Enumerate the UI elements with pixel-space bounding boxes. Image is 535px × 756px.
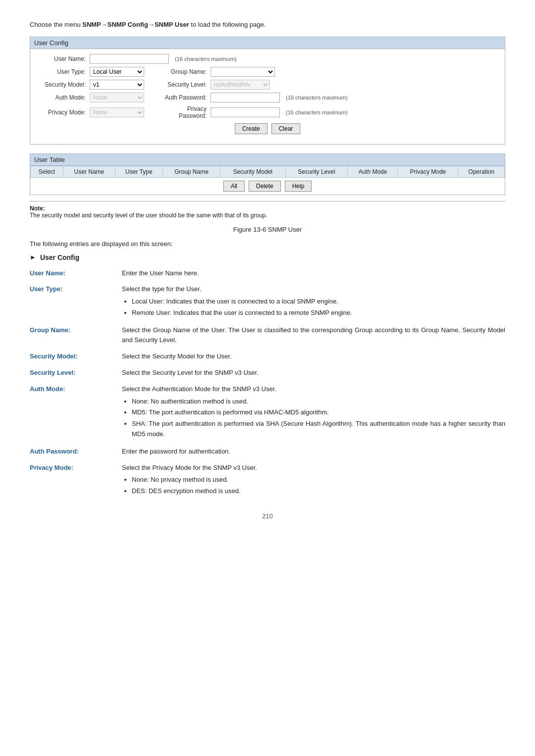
list-item: None: No privacy method is used. bbox=[132, 475, 505, 485]
authmode-bullets: None: No authentication method is used. … bbox=[132, 397, 505, 440]
user-name-input[interactable] bbox=[90, 54, 169, 64]
desc-entries: User Name: Enter the User Name here. Use… bbox=[30, 268, 505, 498]
desc-term-usertype: User Type: bbox=[30, 284, 114, 319]
privacymode-bullets: None: No privacy method is used. DES: DE… bbox=[132, 475, 505, 497]
delete-button[interactable]: Delete bbox=[249, 181, 281, 192]
user-config-header: User Config bbox=[30, 37, 505, 49]
user-type-group-row: User Type: Local User Remote User Group … bbox=[36, 67, 499, 77]
desc-def-authmode: Select the Authentication Mode for the S… bbox=[122, 384, 505, 441]
privacy-mode-password-row: Privacy Mode: None DES Privacy Password:… bbox=[36, 105, 499, 119]
section-user-config: ► User Config bbox=[30, 253, 505, 261]
desc-def-authpassword: Enter the password for authentication. bbox=[122, 447, 505, 457]
note-text: The security model and security level of… bbox=[30, 212, 505, 219]
user-name-row: User Name: (16 characters maximum) bbox=[36, 54, 499, 64]
figure-caption: Figure 13-6 SNMP User bbox=[30, 226, 505, 233]
privacy-mode-select[interactable]: None DES bbox=[90, 107, 144, 117]
user-table-header: User Table bbox=[30, 154, 505, 166]
user-table-box: User Table Select User Name User Type Gr… bbox=[30, 153, 505, 195]
col-usertype: User Type bbox=[115, 166, 162, 177]
desc-term-groupname: Group Name: bbox=[30, 325, 114, 346]
list-item: MD5: The port authentication is performe… bbox=[132, 407, 505, 418]
table-header-row: Select User Name User Type Group Name Se… bbox=[31, 166, 505, 177]
desc-intro: The following entries are displayed on t… bbox=[30, 240, 505, 248]
security-model-level-row: Security Model: v1 v2c v3 Security Level… bbox=[36, 80, 499, 90]
desc-term-seclevel: Security Level: bbox=[30, 368, 114, 378]
list-item: Local User: Indicates that the user is c… bbox=[132, 297, 505, 307]
section-arrow: ► bbox=[30, 253, 36, 261]
desc-privacy-mode: Privacy Mode: Select the Privacy Mode fo… bbox=[30, 463, 505, 498]
privacy-mode-label: Privacy Mode: bbox=[36, 109, 86, 116]
desc-user-name: User Name: Enter the User Name here. bbox=[30, 268, 505, 279]
auth-password-label: Auth Password: bbox=[162, 94, 207, 101]
user-data-table: Select User Name User Type Group Name Se… bbox=[30, 166, 505, 178]
desc-auth-password: Auth Password: Enter the password for au… bbox=[30, 447, 505, 457]
col-operation: Operation bbox=[458, 166, 505, 177]
col-username: User Name bbox=[63, 166, 115, 177]
user-name-label: User Name: bbox=[36, 55, 86, 62]
list-item: DES: DES encryption method is used. bbox=[132, 486, 505, 497]
security-model-label: Security Model: bbox=[36, 81, 86, 88]
page-number: 210 bbox=[30, 512, 505, 520]
intro-text-before: Choose the menu bbox=[30, 21, 82, 28]
privacy-password-input[interactable] bbox=[211, 107, 280, 117]
clear-button[interactable]: Clear bbox=[271, 123, 301, 134]
col-select: Select bbox=[31, 166, 63, 177]
auth-mode-select[interactable]: None MD5 SHA bbox=[90, 93, 144, 102]
desc-user-type: User Type: Select the type for the User.… bbox=[30, 284, 505, 319]
usertype-bullets: Local User: Indicates that the user is c… bbox=[132, 297, 505, 318]
section-title-label: User Config bbox=[40, 253, 79, 261]
user-config-form: User Name: (16 characters maximum) User … bbox=[30, 49, 505, 144]
desc-def-username: Enter the User Name here. bbox=[122, 268, 505, 279]
user-type-label: User Type: bbox=[36, 68, 86, 75]
table-buttons-row: All Delete Help bbox=[30, 178, 505, 195]
create-button[interactable]: Create bbox=[235, 123, 268, 134]
privacy-password-hint: (16 characters maximum) bbox=[286, 109, 348, 115]
security-level-label: Security Level: bbox=[162, 81, 207, 88]
user-table-title: User Table bbox=[34, 156, 65, 163]
col-privmode: Privacy Mode bbox=[398, 166, 458, 177]
col-authmode: Auth Mode bbox=[348, 166, 398, 177]
security-model-select[interactable]: v1 v2c v3 bbox=[90, 80, 144, 90]
desc-term-username: User Name: bbox=[30, 268, 114, 279]
intro-bold: SNMP→SNMP Config→SNMP User bbox=[82, 21, 189, 28]
list-item: None: No authentication method is used. bbox=[132, 397, 505, 407]
user-config-box: User Config User Name: (16 characters ma… bbox=[30, 37, 505, 145]
user-config-title: User Config bbox=[34, 39, 68, 47]
all-button[interactable]: All bbox=[223, 181, 245, 192]
auth-password-input[interactable] bbox=[211, 93, 280, 102]
user-name-hint: (16 characters maximum) bbox=[175, 56, 237, 62]
security-level-select[interactable]: noAuthNoPriv bbox=[211, 80, 270, 90]
desc-auth-mode: Auth Mode: Select the Authentication Mod… bbox=[30, 384, 505, 441]
desc-def-privacymode: Select the Privacy Mode for the SNMP v3 … bbox=[122, 463, 505, 498]
list-item: SHA: The port authentication is performe… bbox=[132, 419, 505, 440]
auth-mode-password-row: Auth Mode: None MD5 SHA Auth Password: (… bbox=[36, 93, 499, 102]
desc-def-secmodel: Select the Security Model for the User. bbox=[122, 352, 505, 362]
list-item: Remote User: Indicates that the user is … bbox=[132, 308, 505, 318]
intro-text-after: to load the following page. bbox=[189, 21, 266, 28]
help-button[interactable]: Help bbox=[285, 181, 312, 192]
privacy-password-label: Privacy Password: bbox=[162, 105, 207, 119]
desc-def-groupname: Select the Group Name of the User. The U… bbox=[122, 325, 505, 346]
auth-password-hint: (16 characters maximum) bbox=[286, 95, 348, 101]
group-name-label: Group Name: bbox=[162, 68, 207, 75]
desc-term-authpassword: Auth Password: bbox=[30, 447, 114, 457]
note-section: Note: The security model and security le… bbox=[30, 201, 505, 219]
intro-paragraph: Choose the menu SNMP→SNMP Config→SNMP Us… bbox=[30, 20, 505, 30]
auth-mode-label: Auth Mode: bbox=[36, 94, 86, 101]
desc-term-privacymode: Privacy Mode: bbox=[30, 463, 114, 498]
desc-def-usertype: Select the type for the User. Local User… bbox=[122, 284, 505, 319]
user-type-select[interactable]: Local User Remote User bbox=[90, 67, 144, 77]
col-secmodel: Security Model bbox=[220, 166, 285, 177]
desc-group-name: Group Name: Select the Group Name of the… bbox=[30, 325, 505, 346]
desc-security-level: Security Level: Select the Security Leve… bbox=[30, 368, 505, 378]
desc-term-authmode: Auth Mode: bbox=[30, 384, 114, 441]
desc-security-model: Security Model: Select the Security Mode… bbox=[30, 352, 505, 362]
col-groupname: Group Name bbox=[162, 166, 220, 177]
desc-def-seclevel: Select the Security Level for the SNMP v… bbox=[122, 368, 505, 378]
group-name-select[interactable] bbox=[211, 67, 275, 77]
config-buttons-row: Create Clear bbox=[36, 123, 499, 134]
desc-term-secmodel: Security Model: bbox=[30, 352, 114, 362]
col-seclevel: Security Level bbox=[285, 166, 348, 177]
note-title: Note: bbox=[30, 205, 45, 212]
